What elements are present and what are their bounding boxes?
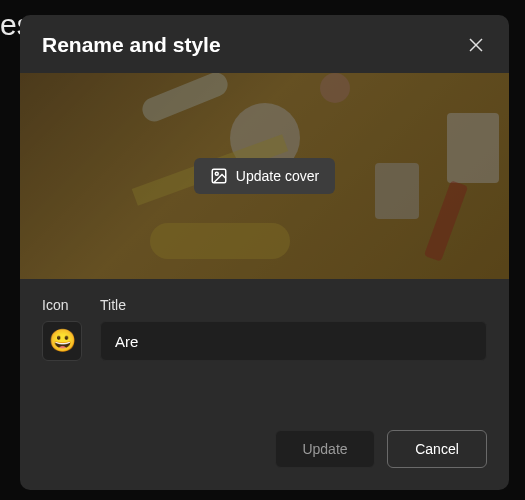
close-button[interactable] [465,34,487,56]
cancel-button[interactable]: Cancel [387,430,487,468]
cover-image-area: Update cover [20,73,509,279]
update-cover-button[interactable]: Update cover [194,158,335,194]
title-label: Title [100,297,487,313]
modal-footer: Update Cancel [20,404,509,490]
rename-style-modal: Rename and style Update cover Icon 😀 Tit… [20,15,509,490]
modal-header: Rename and style [20,15,509,73]
close-icon [468,37,484,53]
modal-title: Rename and style [42,33,221,57]
title-input[interactable] [100,321,487,361]
image-icon [210,167,228,185]
form-area: Icon 😀 Title [20,279,509,361]
icon-field-group: Icon 😀 [42,297,82,361]
icon-picker[interactable]: 😀 [42,321,82,361]
title-field-group: Title [100,297,487,361]
update-cover-label: Update cover [236,168,319,184]
svg-point-3 [215,172,218,175]
icon-label: Icon [42,297,82,313]
update-button[interactable]: Update [275,430,375,468]
